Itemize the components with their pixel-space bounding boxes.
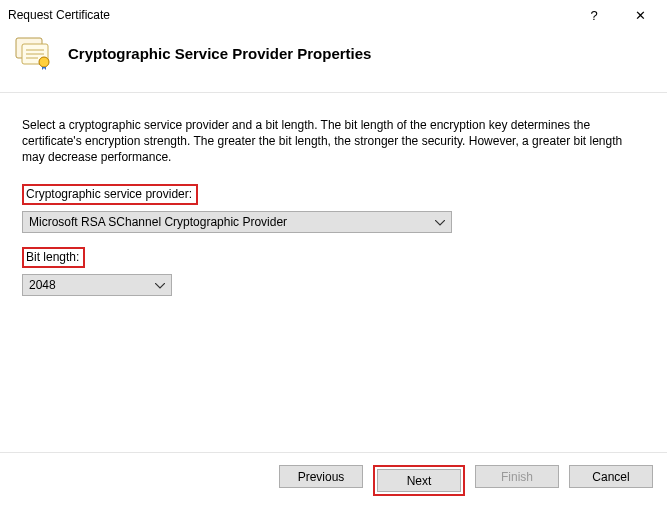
bitlength-dropdown[interactable]: 2048 <box>22 274 172 296</box>
help-button[interactable]: ? <box>571 0 617 30</box>
next-button[interactable]: Next <box>377 469 461 492</box>
finish-button: Finish <box>475 465 559 488</box>
certificate-icon <box>14 36 54 70</box>
bitlength-label: Bit length: <box>22 247 85 268</box>
bitlength-value: 2048 <box>29 278 56 292</box>
wizard-header: Cryptographic Service Provider Propertie… <box>0 30 667 92</box>
description-text: Select a cryptographic service provider … <box>22 117 645 166</box>
previous-button[interactable]: Previous <box>279 465 363 488</box>
page-heading: Cryptographic Service Provider Propertie… <box>68 45 371 62</box>
title-bar: Request Certificate ? ✕ <box>0 0 667 30</box>
chevron-down-icon <box>155 278 165 292</box>
csp-value: Microsoft RSA SChannel Cryptographic Pro… <box>29 215 287 229</box>
csp-dropdown[interactable]: Microsoft RSA SChannel Cryptographic Pro… <box>22 211 452 233</box>
chevron-down-icon <box>435 215 445 229</box>
window-title: Request Certificate <box>8 8 571 22</box>
wizard-content: Select a cryptographic service provider … <box>0 93 667 318</box>
svg-point-5 <box>39 57 49 67</box>
csp-label: Cryptographic service provider: <box>22 184 198 205</box>
cancel-button[interactable]: Cancel <box>569 465 653 488</box>
next-highlight: Next <box>373 465 465 496</box>
close-button[interactable]: ✕ <box>617 0 663 30</box>
wizard-footer: Previous Next Finish Cancel <box>0 452 667 508</box>
